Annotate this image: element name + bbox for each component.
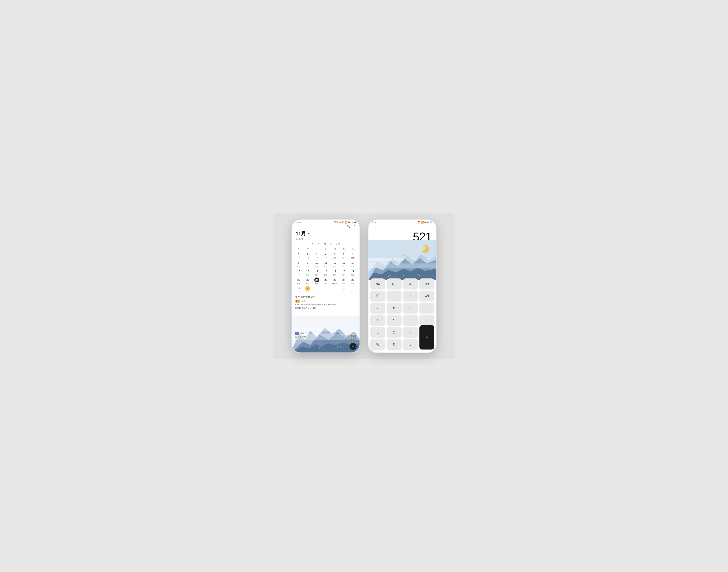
svg-rect-9	[292, 327, 328, 331]
key-5[interactable]: 5	[387, 315, 402, 326]
svg-point-6	[337, 346, 338, 347]
status-alarm: ⏰ 📶 54	[334, 221, 341, 223]
key-4[interactable]: 4	[370, 315, 385, 326]
key-2[interactable]: 2	[387, 327, 402, 338]
key-mr[interactable]: MR	[419, 278, 434, 289]
day-15[interactable]: 15十月	[294, 268, 303, 277]
key-mc[interactable]: MC	[370, 278, 385, 289]
key-9[interactable]: 9	[403, 303, 418, 313]
key-percent[interactable]: %	[370, 339, 385, 350]
calc-status-time-info: ⏰ 📶 54 12:05	[418, 221, 432, 224]
tab-month[interactable]: 月	[316, 242, 322, 246]
luck-stars: ★★☆☆☆	[295, 339, 306, 341]
cal-toolbar: 🔍 ⋮	[292, 224, 360, 230]
cal-info-overlay: 今天 农历十月初十 黄历 黄历 宜 会亲友 合婚订婚 签订合同 交易 纳财 开业…	[292, 294, 360, 309]
day-3-next[interactable]: 3十九	[330, 286, 339, 294]
tab-week[interactable]: 周	[322, 242, 327, 246]
weekday-fri: 五	[339, 247, 348, 251]
day-18[interactable]: 18初四	[321, 268, 330, 277]
day-5[interactable]: 5二十	[330, 251, 339, 260]
svg-point-15	[390, 275, 391, 276]
key-6[interactable]: 6	[403, 315, 418, 326]
add-button[interactable]: +	[350, 343, 357, 350]
key-equals[interactable]: =	[419, 325, 434, 350]
tab-day[interactable]: 日	[327, 242, 333, 246]
calc-more-icon[interactable]: ⋮	[429, 225, 433, 229]
day-20[interactable]: 20初六	[339, 268, 348, 277]
weekday-thu: 四	[330, 247, 339, 251]
status-left: 📄 ≋ 7	[296, 221, 301, 223]
day-29[interactable]: 29十五	[294, 286, 303, 294]
key-8[interactable]: 8	[387, 303, 402, 313]
key-dot[interactable]: .	[403, 339, 418, 350]
key-backspace[interactable]: ⌫	[419, 291, 434, 301]
key-plus[interactable]: +	[419, 315, 434, 326]
calc-status-left: 📄 ≋ 7	[372, 221, 378, 223]
key-mminus[interactable]: M−	[403, 278, 418, 289]
day-23[interactable]: 23初九	[303, 277, 312, 286]
day-22[interactable]: 22小雪	[294, 277, 303, 286]
day-4[interactable]: 4十九	[321, 251, 330, 260]
key-mplus[interactable]: M+	[387, 278, 402, 289]
day-16[interactable]: 16初二	[303, 268, 312, 277]
day-30[interactable]: 30十六	[303, 286, 312, 294]
day-24-today[interactable]: 24初十	[312, 277, 321, 286]
day-3[interactable]: 3十八	[312, 251, 321, 260]
weekday-sun: 日	[294, 247, 303, 251]
day-4-next[interactable]: 4二十	[339, 286, 348, 294]
key-divide[interactable]: ÷	[387, 291, 402, 301]
svg-rect-19	[368, 263, 436, 268]
day-13[interactable]: 13廿八	[339, 260, 348, 268]
day-10[interactable]: 10廿五	[312, 260, 321, 268]
calc-mountain-svg	[368, 239, 436, 280]
key-3[interactable]: 3	[403, 327, 418, 338]
key-clear[interactable]: C	[370, 291, 385, 301]
key-1[interactable]: 1	[370, 327, 385, 338]
day-1[interactable]: 1十六	[294, 251, 303, 260]
tab-schedule[interactable]: 日程	[333, 242, 342, 246]
calc-body: 521	[368, 230, 436, 353]
cal-days: 1十六 2十七 3十八 4十九 5二十 6廿一 7立冬 8廿三 9廿四 10廿五…	[294, 251, 357, 294]
day-27[interactable]: 27十三	[339, 277, 348, 286]
day-26[interactable]: 26感恩节	[330, 277, 339, 286]
day-2-next[interactable]: 2十八	[321, 286, 330, 294]
calendar-content: 🔍 ⋮ 11月 2020年 年 月 周 日 日程	[292, 224, 360, 353]
day-5-next[interactable]: 5廿一	[348, 286, 357, 294]
tab-year[interactable]: 年	[310, 242, 316, 246]
svg-point-3	[319, 347, 320, 348]
key-7[interactable]: 7	[370, 303, 385, 313]
day-19[interactable]: 19初五	[330, 268, 339, 277]
day-7[interactable]: 7立冬	[348, 251, 357, 260]
key-zero[interactable]: 0	[387, 339, 402, 350]
day-6[interactable]: 6廿一	[339, 251, 348, 260]
svg-point-5	[320, 346, 321, 347]
day-25[interactable]: 25十一	[321, 277, 330, 286]
day-8[interactable]: 8廿三	[294, 260, 303, 268]
search-icon[interactable]: 🔍	[347, 225, 351, 228]
weekday-sat: 六	[348, 247, 357, 251]
day-11[interactable]: 11廿六	[321, 260, 330, 268]
month-title[interactable]: 11月	[296, 230, 356, 237]
lucky-sign: 契合星座 处女座	[343, 338, 357, 341]
more-icon[interactable]: ⋮	[353, 225, 357, 229]
key-minus[interactable]: −	[419, 303, 434, 313]
status-bar: 📄 ≋ 7 ⏰ 📶 54 ⏰ 📶 54 12:05	[292, 220, 360, 224]
today-label: 今天 农历十月初十	[295, 295, 357, 299]
day-12[interactable]: 12廿七	[330, 260, 339, 268]
scene: 📄 ≋ 7 ⏰ 📶 54 ⏰ 📶 54 12:05 🔍 ⋮ 11月	[272, 213, 456, 359]
day-2[interactable]: 2十七	[303, 251, 312, 260]
month-dropdown-icon[interactable]	[307, 233, 309, 234]
row-percent-zero: % 0 . =	[370, 339, 434, 350]
status-right: ⏰ 📶 54 ⏰ 📶 54 12:05	[334, 221, 356, 224]
svg-point-14	[388, 276, 389, 277]
day-28[interactable]: 28十四	[348, 277, 357, 286]
day-9[interactable]: 9廿四	[303, 260, 312, 268]
day-21[interactable]: 21初七	[348, 268, 357, 277]
ji-text: 忌 结婚 搬新房 赴任 治病	[295, 306, 357, 309]
month-header: 11月 2020年	[292, 230, 360, 241]
day-1-next[interactable]: 1十七	[312, 286, 321, 294]
day-17[interactable]: 17初三	[312, 268, 321, 277]
day-14[interactable]: 14廿九	[348, 260, 357, 268]
weekdays-row: 日 一 二 三 四 五 六	[294, 247, 357, 251]
key-multiply[interactable]: ×	[403, 291, 418, 301]
